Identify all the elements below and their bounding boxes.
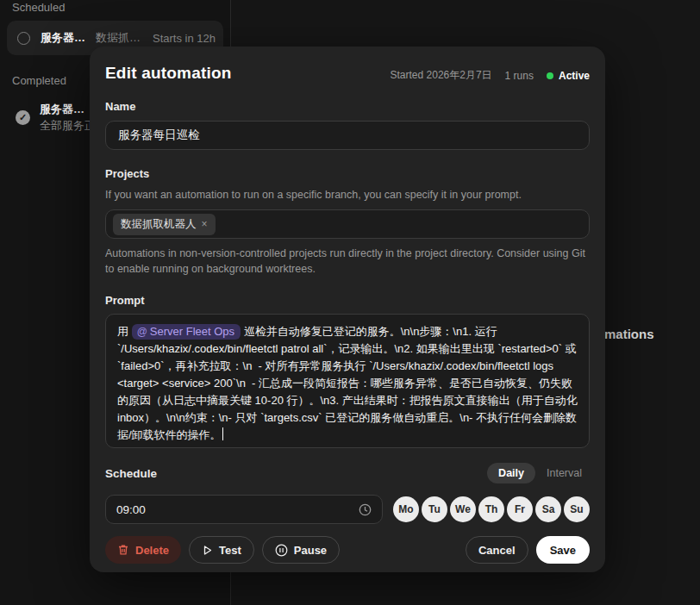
day-toggle-th[interactable]: Th — [478, 496, 504, 522]
projects-input[interactable]: 数据抓取机器人 × — [105, 209, 590, 239]
check-circle-icon: ✓ — [16, 110, 30, 125]
automation-title: 服务器… — [41, 30, 85, 46]
prompt-prefix: 用 — [117, 325, 132, 338]
started-date: Started 2026年2月7日 — [391, 68, 492, 83]
automation-title: 服务器… — [40, 101, 96, 117]
mention-at-icon: @ — [137, 326, 147, 338]
pause-button[interactable]: Pause — [262, 536, 340, 564]
prompt-label: Prompt — [105, 294, 590, 307]
prompt-editor[interactable]: 用 @Server Fleet Ops 巡检并自动修复已登记的服务。\n\n步骤… — [105, 314, 590, 448]
automation-project: 数据抓… — [96, 30, 141, 46]
pending-circle-icon — [17, 32, 30, 45]
day-toggle-fr[interactable]: Fr — [507, 496, 533, 522]
mention-label: Server Fleet Ops — [150, 325, 234, 338]
mention-pill[interactable]: @Server Fleet Ops — [132, 324, 241, 340]
prompt-body: 巡检并自动修复已登记的服务。\n\n步骤：\n1. 运行 `/Users/kha… — [117, 325, 580, 441]
edit-automation-modal: Edit automation Started 2026年2月7日 1 runs… — [90, 47, 605, 572]
weekday-selector: Mo Tu We Th Fr Sa Su — [393, 496, 590, 522]
automation-starts-badge: Starts in 12h — [153, 32, 216, 45]
save-button[interactable]: Save — [536, 536, 590, 564]
projects-helper-bottom: Automations in non-version-controlled pr… — [105, 246, 590, 277]
day-toggle-tu[interactable]: Tu — [422, 496, 447, 522]
day-toggle-mo[interactable]: Mo — [393, 496, 419, 522]
mode-interval-tab[interactable]: Interval — [539, 463, 590, 483]
status-label: Active — [559, 70, 590, 82]
delete-label: Delete — [135, 544, 169, 557]
schedule-label: Schedule — [105, 467, 157, 480]
automation-result-snippet: 全部服务正 — [40, 117, 96, 134]
modal-title: Edit automation — [105, 64, 232, 83]
name-label: Name — [105, 100, 590, 113]
name-input[interactable] — [105, 121, 590, 150]
project-tag[interactable]: 数据抓取机器人 × — [113, 214, 216, 235]
text-caret — [222, 427, 224, 440]
schedule-mode-toggle: Daily Interval — [487, 463, 590, 483]
runs-count: 1 runs — [505, 70, 534, 82]
clock-icon — [359, 503, 372, 516]
test-label: Test — [219, 544, 241, 557]
test-button[interactable]: Test — [189, 536, 254, 564]
pause-label: Pause — [294, 544, 327, 557]
projects-helper-top: If you want an automation to run on a sp… — [105, 187, 590, 203]
day-toggle-we[interactable]: We — [450, 496, 476, 522]
play-icon — [202, 545, 213, 556]
cancel-label: Cancel — [478, 544, 516, 557]
save-label: Save — [550, 544, 576, 557]
day-toggle-sa[interactable]: Sa — [535, 496, 561, 522]
scheduled-section-header: Scheduled — [0, 0, 230, 14]
time-value: 09:00 — [116, 503, 146, 516]
mode-daily-tab[interactable]: Daily — [487, 463, 535, 483]
remove-tag-icon[interactable]: × — [202, 218, 208, 230]
trash-icon — [117, 544, 129, 556]
cancel-button[interactable]: Cancel — [466, 536, 528, 564]
project-tag-label: 数据抓取机器人 — [121, 217, 197, 232]
active-status-dot-icon — [547, 72, 553, 79]
projects-label: Projects — [105, 167, 590, 180]
time-input[interactable]: 09:00 — [105, 495, 383, 524]
background-page-heading-fragment: mations — [604, 327, 654, 341]
status-badge: Active — [547, 70, 590, 82]
day-toggle-su[interactable]: Su — [564, 496, 590, 522]
pause-circle-icon — [275, 544, 288, 557]
delete-button[interactable]: Delete — [105, 536, 181, 564]
